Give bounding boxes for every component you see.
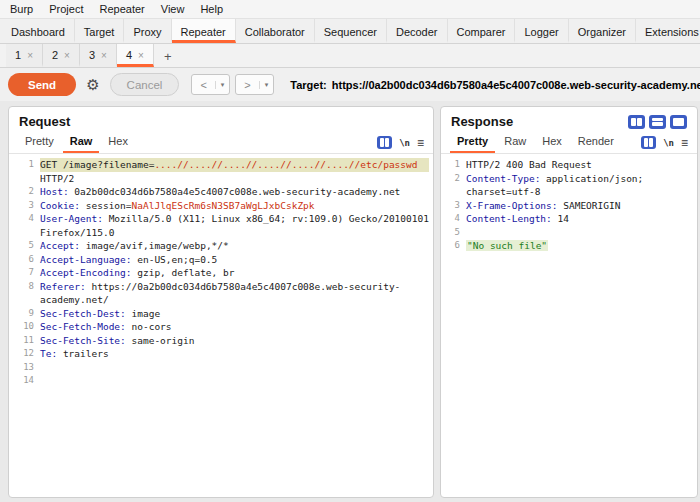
code-line[interactable]: HTTP/2 xyxy=(14,172,429,186)
code-segment: SAMEORIGIN xyxy=(558,200,621,211)
nonprinting-toggle-icon[interactable]: \n xyxy=(663,138,674,148)
editor-split-area: Request PrettyRawHex \n ≡ 1GET /image?fi… xyxy=(0,101,700,502)
menu-project[interactable]: Project xyxy=(41,1,91,17)
code-segment: Te: xyxy=(40,348,57,359)
code-segment: image/avif,image/webp,*/* xyxy=(80,240,229,251)
line-text: Sec-Fetch-Mode: no-cors xyxy=(40,320,429,334)
nonprinting-toggle-icon[interactable]: \n xyxy=(399,138,410,148)
line-text: Sec-Fetch-Dest: image xyxy=(40,307,429,321)
menu-repeater[interactable]: Repeater xyxy=(92,1,153,17)
request-panel: Request PrettyRawHex \n ≡ 1GET /image?fi… xyxy=(8,106,434,498)
line-number: 2 xyxy=(14,185,34,199)
editor-menu-icon[interactable]: ≡ xyxy=(417,137,424,149)
code-line[interactable]: 3X-Frame-Options: SAMEORIGIN xyxy=(446,199,693,213)
code-line[interactable]: 5 xyxy=(446,226,693,240)
code-segment: "No such file" xyxy=(466,240,548,251)
layout-columns-button[interactable] xyxy=(628,115,645,129)
history-back-button[interactable]: < ▾ xyxy=(191,74,230,95)
code-line[interactable]: 12Te: trailers xyxy=(14,347,429,361)
request-tab-raw[interactable]: Raw xyxy=(63,133,100,153)
tab-target[interactable]: Target xyxy=(75,19,125,43)
repeater-tab-4[interactable]: 4× xyxy=(117,44,154,67)
tab-repeater[interactable]: Repeater xyxy=(172,19,236,43)
target-display[interactable]: Target:https://0a2b00dc034d6b7580a4e5c40… xyxy=(280,79,700,91)
repeater-tab-2[interactable]: 2× xyxy=(43,44,80,67)
response-tab-hex[interactable]: Hex xyxy=(535,133,569,153)
menu-help[interactable]: Help xyxy=(192,1,231,17)
tab-comparer[interactable]: Comparer xyxy=(448,19,516,43)
code-line[interactable]: 13 xyxy=(14,361,429,375)
request-tab-pretty[interactable]: Pretty xyxy=(18,133,61,153)
line-number: 7 xyxy=(14,266,34,280)
tab-extensions[interactable]: Extensions xyxy=(636,19,700,43)
repeater-tab-label: 1 xyxy=(15,49,21,61)
code-line[interactable]: 1HTTP/2 400 Bad Request xyxy=(446,158,693,172)
response-panel-header: Response xyxy=(441,107,697,132)
code-line[interactable]: 7Accept-Encoding: gzip, deflate, br xyxy=(14,266,429,280)
code-line[interactable]: 9Sec-Fetch-Dest: image xyxy=(14,307,429,321)
tab-decoder[interactable]: Decoder xyxy=(387,19,448,43)
code-line[interactable]: 5Accept: image/avif,image/webp,*/* xyxy=(14,239,429,253)
tab-organizer[interactable]: Organizer xyxy=(569,19,636,43)
repeater-tab-3[interactable]: 3× xyxy=(80,44,117,67)
history-forward-button[interactable]: > ▾ xyxy=(235,74,274,95)
response-tab-pretty[interactable]: Pretty xyxy=(450,133,495,153)
cancel-button[interactable]: Cancel xyxy=(110,73,180,96)
close-icon[interactable]: × xyxy=(101,50,107,61)
tab-sequencer[interactable]: Sequencer xyxy=(315,19,387,43)
chevron-down-icon[interactable]: ▾ xyxy=(259,81,274,89)
tab-dashboard[interactable]: Dashboard xyxy=(2,19,75,43)
code-line[interactable]: 3Cookie: session=NaAlJlqEScRm6sN3SB7aWgL… xyxy=(14,199,429,213)
tab-logger[interactable]: Logger xyxy=(515,19,568,43)
line-text: Cookie: session=NaAlJlqEScRm6sN3SB7aWgLJ… xyxy=(40,199,429,213)
code-line[interactable]: 14 xyxy=(14,374,429,388)
chevron-down-icon[interactable]: ▾ xyxy=(215,81,230,89)
code-segment: X-Frame-Options: xyxy=(466,200,558,211)
code-line[interactable]: 11Sec-Fetch-Site: same-origin xyxy=(14,334,429,348)
code-line[interactable]: 2Content-Type: application/json; charset… xyxy=(446,172,693,199)
code-segment: trailers xyxy=(57,348,108,359)
code-segment: User-Agent: xyxy=(40,213,103,224)
line-number: 14 xyxy=(14,374,34,388)
response-tab-raw[interactable]: Raw xyxy=(497,133,533,153)
layout-single-button[interactable] xyxy=(670,115,687,129)
line-number: 4 xyxy=(446,212,460,226)
editor-menu-icon[interactable]: ≡ xyxy=(681,137,688,149)
editor-display-icon[interactable] xyxy=(641,136,656,149)
settings-gear-button[interactable]: ⚙ xyxy=(82,77,103,92)
line-number: 8 xyxy=(14,280,34,307)
tab-proxy[interactable]: Proxy xyxy=(124,19,171,43)
add-tab-button[interactable]: + xyxy=(154,44,182,67)
request-editor[interactable]: 1GET /image?filename=....//....//....//.… xyxy=(9,154,433,497)
code-line[interactable]: 6Accept-Language: en-US,en;q=0.5 xyxy=(14,253,429,267)
code-line[interactable]: 6"No such file" xyxy=(446,239,693,253)
code-line[interactable]: 4User-Agent: Mozilla/5.0 (X11; Linux x86… xyxy=(14,212,429,239)
repeater-toolbar: Send ⚙ Cancel < ▾ > ▾ Target:https://0a2… xyxy=(0,68,700,101)
code-line[interactable]: 1GET /image?filename=....//....//....//.… xyxy=(14,158,429,172)
line-text: Sec-Fetch-Site: same-origin xyxy=(40,334,429,348)
code-line[interactable]: 4Content-Length: 14 xyxy=(446,212,693,226)
line-text xyxy=(466,226,693,240)
layout-rows-button[interactable] xyxy=(649,115,666,129)
editor-display-icon[interactable] xyxy=(377,136,392,149)
response-tab-render[interactable]: Render xyxy=(571,133,621,153)
close-icon[interactable]: × xyxy=(64,50,70,61)
repeater-tab-1[interactable]: 1× xyxy=(6,44,43,67)
line-text: Accept: image/avif,image/webp,*/* xyxy=(40,239,429,253)
response-editor[interactable]: 1HTTP/2 400 Bad Request2Content-Type: ap… xyxy=(441,154,697,497)
code-segment: no-cors xyxy=(126,321,172,332)
code-line[interactable]: 8Referer: https://0a2b00dc034d6b7580a4e5… xyxy=(14,280,429,307)
send-button[interactable]: Send xyxy=(8,73,76,96)
response-tabs: PrettyRawHexRender xyxy=(450,133,623,153)
code-line[interactable]: 2Host: 0a2b00dc034d6b7580a4e5c4007c008e.… xyxy=(14,185,429,199)
code-line[interactable]: 10Sec-Fetch-Mode: no-cors xyxy=(14,320,429,334)
close-icon[interactable]: × xyxy=(27,50,33,61)
line-text: Content-Type: application/json; charset=… xyxy=(466,172,693,199)
request-tab-hex[interactable]: Hex xyxy=(101,133,135,153)
tab-collaborator[interactable]: Collaborator xyxy=(236,19,315,43)
menu-bar: BurpProjectRepeaterViewHelp xyxy=(0,0,700,19)
close-icon[interactable]: × xyxy=(138,50,144,61)
menu-view[interactable]: View xyxy=(153,1,193,17)
response-tab-bar: PrettyRawHexRender \n ≡ xyxy=(441,132,697,154)
menu-burp[interactable]: Burp xyxy=(2,1,41,17)
